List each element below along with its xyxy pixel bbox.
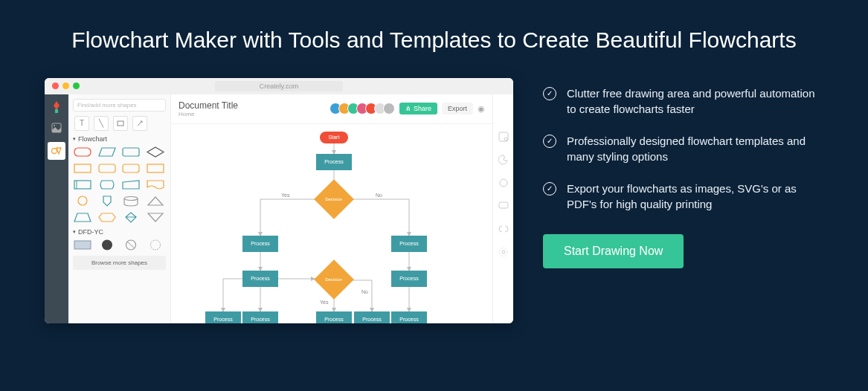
shape-rounded[interactable] — [97, 162, 117, 175]
avatar[interactable] — [383, 103, 395, 114]
minimize-dot-icon[interactable] — [62, 83, 69, 89]
svg-point-25 — [499, 248, 507, 256]
rect-tool[interactable] — [113, 116, 128, 131]
process-node[interactable]: Process — [242, 271, 278, 287]
process-node[interactable]: Process — [242, 236, 278, 252]
process-node[interactable]: Process — [391, 236, 427, 252]
svg-rect-5 — [74, 148, 91, 156]
search-shapes-input[interactable]: Find/add more shapes — [73, 99, 166, 112]
svg-point-2 — [54, 125, 55, 126]
browse-more-button[interactable]: Browse more shapes — [73, 256, 166, 270]
feature-item: ✓ Professionally designed flowchart temp… — [543, 133, 823, 164]
edge-yes: Yes — [281, 193, 289, 198]
svg-rect-22 — [500, 179, 507, 187]
shape-manual[interactable] — [121, 178, 141, 191]
shape-data[interactable] — [97, 146, 117, 158]
layers-icon[interactable] — [498, 178, 509, 190]
check-icon: ✓ — [543, 135, 556, 148]
canvas[interactable]: Start Process Decision Yes No Process Pr… — [171, 124, 492, 323]
share-icon: ⋔ — [405, 105, 411, 112]
process-node[interactable]: Process — [391, 311, 427, 323]
edge-no: No — [361, 289, 368, 294]
decision-node[interactable]: Decision — [314, 259, 354, 300]
shape-process[interactable] — [121, 146, 141, 158]
shape-dfd1[interactable] — [73, 239, 92, 251]
process-node[interactable]: Process — [242, 311, 278, 323]
shape-hex[interactable] — [97, 211, 117, 224]
feature-item: ✓ Export your flowcharts as images, SVG'… — [543, 181, 823, 212]
process-node[interactable]: Process — [205, 311, 241, 323]
shape-dfd4[interactable] — [146, 239, 165, 251]
decision-node[interactable]: Decision — [314, 179, 354, 219]
maximize-dot-icon[interactable] — [73, 83, 80, 89]
shape-database[interactable] — [121, 195, 141, 207]
shape-rounded2[interactable] — [121, 162, 141, 175]
hero-title: Flowchart Maker with Tools and Templates… — [0, 0, 868, 56]
pen-tool[interactable] — [132, 116, 147, 131]
url-bar: Creately.com — [215, 81, 343, 91]
feature-text: Clutter free drawing area and powerful a… — [567, 85, 823, 117]
svg-rect-0 — [55, 109, 58, 113]
image-icon[interactable] — [50, 121, 63, 135]
collaborator-avatars[interactable] — [332, 103, 395, 114]
start-drawing-button[interactable]: Start Drawing Now — [543, 234, 684, 268]
comments-icon[interactable] — [498, 201, 509, 213]
shape-dfd2[interactable] — [97, 239, 117, 251]
svg-rect-7 — [74, 164, 91, 172]
process-node[interactable]: Process — [316, 154, 352, 170]
shape-predefined[interactable] — [73, 178, 92, 191]
section-dfd[interactable]: DFD-YC — [73, 228, 166, 236]
link-icon[interactable] — [498, 224, 509, 236]
feature-text: Export your flowcharts as images, SVG's … — [567, 181, 823, 212]
svg-point-24 — [502, 251, 505, 253]
shape-offpage[interactable] — [97, 195, 117, 207]
shape-sort[interactable] — [121, 211, 141, 224]
edge-no: No — [376, 193, 382, 198]
export-button[interactable]: Export — [442, 103, 473, 114]
breadcrumb[interactable]: Home — [179, 111, 238, 117]
shapes-icon[interactable] — [48, 142, 65, 160]
logo-icon — [50, 100, 63, 114]
shape-tri2[interactable] — [146, 211, 165, 224]
feature-text: Professionally designed flowchart templa… — [567, 133, 823, 164]
flowchart-shapes — [73, 146, 166, 224]
check-icon: ✓ — [543, 182, 556, 196]
text-tool[interactable]: T — [74, 116, 89, 131]
shape-trap[interactable] — [73, 211, 92, 224]
visibility-icon[interactable]: ◉ — [478, 104, 485, 114]
section-flowchart[interactable]: Flowchart — [73, 135, 166, 143]
edge-yes: Yes — [320, 300, 328, 305]
svg-rect-23 — [499, 202, 508, 208]
svg-point-19 — [150, 240, 160, 250]
close-dot-icon[interactable] — [52, 83, 59, 89]
shape-triangle[interactable] — [146, 195, 165, 207]
svg-rect-6 — [123, 148, 139, 156]
process-node[interactable]: Process — [391, 271, 427, 287]
svg-point-14 — [124, 196, 138, 200]
process-node[interactable]: Process — [354, 311, 390, 323]
shape-rect[interactable] — [73, 162, 92, 175]
svg-point-16 — [102, 239, 112, 250]
shape-doc[interactable] — [146, 178, 165, 191]
share-button[interactable]: ⋔Share — [399, 103, 437, 114]
right-rail — [492, 94, 513, 323]
shape-display[interactable] — [97, 178, 117, 191]
shape-decision[interactable] — [146, 146, 165, 158]
canvas-header: Document Title Home ⋔Sh — [171, 94, 492, 124]
shape-terminator[interactable] — [73, 146, 92, 158]
shape-rect2[interactable] — [146, 162, 165, 175]
document-title[interactable]: Document Title — [179, 100, 238, 111]
svg-point-3 — [52, 148, 57, 153]
settings-icon[interactable] — [498, 247, 509, 259]
process-node[interactable]: Process — [316, 311, 352, 323]
dfd-shapes — [73, 239, 166, 251]
shapes-panel: Find/add more shapes T ╲ Flowchart — [68, 94, 171, 323]
svg-rect-10 — [147, 164, 164, 172]
app-window: Creately.com Find/add more shapes T ╲ — [45, 78, 513, 323]
line-tool[interactable]: ╲ — [94, 116, 109, 131]
shape-connector[interactable] — [73, 195, 92, 207]
shape-dfd3[interactable] — [121, 239, 141, 251]
start-node[interactable]: Start — [320, 132, 348, 143]
palette-icon[interactable] — [498, 155, 509, 167]
properties-icon[interactable] — [498, 132, 509, 144]
